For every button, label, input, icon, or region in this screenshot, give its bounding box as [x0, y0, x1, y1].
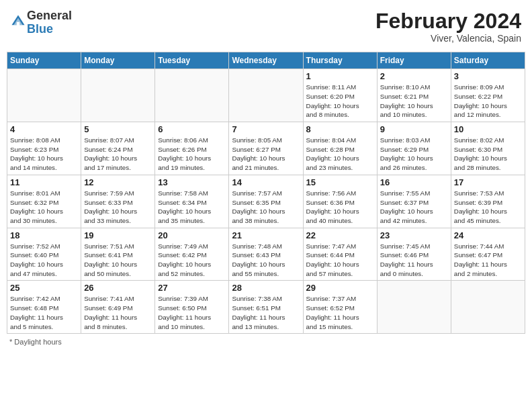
day-info: Sunrise: 8:07 AM Sunset: 6:24 PM Dayligh…: [84, 136, 152, 173]
day-number: 18: [10, 230, 78, 240]
calendar-cell: 1Sunrise: 8:11 AM Sunset: 6:20 PM Daylig…: [303, 69, 377, 122]
logo-general-text: General: [27, 9, 72, 22]
calendar-cell: 27Sunrise: 7:39 AM Sunset: 6:50 PM Dayli…: [155, 281, 229, 334]
calendar-cell: 2Sunrise: 8:10 AM Sunset: 6:21 PM Daylig…: [377, 69, 451, 122]
day-number: 28: [232, 283, 300, 293]
day-number: 3: [454, 71, 522, 81]
month-year-title: February 2024: [375, 9, 521, 33]
day-number: 23: [380, 230, 448, 240]
calendar-cell: 3Sunrise: 8:09 AM Sunset: 6:22 PM Daylig…: [451, 69, 525, 122]
day-info: Sunrise: 8:09 AM Sunset: 6:22 PM Dayligh…: [454, 83, 522, 120]
day-number: 24: [454, 230, 522, 240]
day-number: 26: [84, 283, 152, 293]
calendar-cell: 16Sunrise: 7:55 AM Sunset: 6:37 PM Dayli…: [377, 175, 451, 228]
calendar-cell: 20Sunrise: 7:49 AM Sunset: 6:42 PM Dayli…: [155, 228, 229, 281]
calendar-cell: 23Sunrise: 7:45 AM Sunset: 6:46 PM Dayli…: [377, 228, 451, 281]
day-info: Sunrise: 7:57 AM Sunset: 6:35 PM Dayligh…: [232, 189, 300, 226]
calendar-week-3: 11Sunrise: 8:01 AM Sunset: 6:32 PM Dayli…: [7, 175, 525, 228]
calendar-cell: 18Sunrise: 7:52 AM Sunset: 6:40 PM Dayli…: [7, 228, 81, 281]
day-number: 25: [10, 283, 78, 293]
calendar-cell: 15Sunrise: 7:56 AM Sunset: 6:36 PM Dayli…: [303, 175, 377, 228]
day-info: Sunrise: 8:10 AM Sunset: 6:21 PM Dayligh…: [380, 83, 448, 120]
day-number: 10: [454, 124, 522, 134]
day-info: Sunrise: 7:55 AM Sunset: 6:37 PM Dayligh…: [380, 189, 448, 226]
day-info: Sunrise: 7:44 AM Sunset: 6:47 PM Dayligh…: [454, 242, 522, 279]
day-info: Sunrise: 7:47 AM Sunset: 6:44 PM Dayligh…: [306, 242, 374, 279]
day-number: 19: [84, 230, 152, 240]
column-header-saturday: Saturday: [451, 52, 525, 69]
calendar-cell: 28Sunrise: 7:38 AM Sunset: 6:51 PM Dayli…: [229, 281, 303, 334]
day-number: 2: [380, 71, 448, 81]
calendar-cell: 17Sunrise: 7:53 AM Sunset: 6:39 PM Dayli…: [451, 175, 525, 228]
day-number: 16: [380, 177, 448, 187]
calendar-cell: [81, 69, 155, 122]
day-number: 12: [84, 177, 152, 187]
calendar-week-2: 4Sunrise: 8:08 AM Sunset: 6:23 PM Daylig…: [7, 122, 525, 175]
calendar-cell: 24Sunrise: 7:44 AM Sunset: 6:47 PM Dayli…: [451, 228, 525, 281]
calendar-cell: [377, 281, 451, 334]
page-header: General Blue February 2024 Viver, Valenc…: [7, 7, 525, 46]
day-number: 14: [232, 177, 300, 187]
day-info: Sunrise: 7:41 AM Sunset: 6:49 PM Dayligh…: [84, 294, 152, 331]
column-header-wednesday: Wednesday: [229, 52, 303, 69]
day-info: Sunrise: 7:56 AM Sunset: 6:36 PM Dayligh…: [306, 189, 374, 226]
calendar-week-5: 25Sunrise: 7:42 AM Sunset: 6:48 PM Dayli…: [7, 281, 525, 334]
calendar-week-4: 18Sunrise: 7:52 AM Sunset: 6:40 PM Dayli…: [7, 228, 525, 281]
day-number: 4: [10, 124, 78, 134]
calendar-cell: 21Sunrise: 7:48 AM Sunset: 6:43 PM Dayli…: [229, 228, 303, 281]
day-info: Sunrise: 7:51 AM Sunset: 6:41 PM Dayligh…: [84, 242, 152, 279]
day-number: 8: [306, 124, 374, 134]
calendar-cell: 29Sunrise: 7:37 AM Sunset: 6:52 PM Dayli…: [303, 281, 377, 334]
calendar-cell: 26Sunrise: 7:41 AM Sunset: 6:49 PM Dayli…: [81, 281, 155, 334]
column-header-friday: Friday: [377, 52, 451, 69]
column-header-monday: Monday: [81, 52, 155, 69]
calendar-cell: 5Sunrise: 8:07 AM Sunset: 6:24 PM Daylig…: [81, 122, 155, 175]
calendar-cell: 6Sunrise: 8:06 AM Sunset: 6:26 PM Daylig…: [155, 122, 229, 175]
day-info: Sunrise: 7:48 AM Sunset: 6:43 PM Dayligh…: [232, 242, 300, 279]
day-number: 15: [306, 177, 374, 187]
calendar-cell: 25Sunrise: 7:42 AM Sunset: 6:48 PM Dayli…: [7, 281, 81, 334]
calendar-cell: 7Sunrise: 8:05 AM Sunset: 6:27 PM Daylig…: [229, 122, 303, 175]
day-info: Sunrise: 8:11 AM Sunset: 6:20 PM Dayligh…: [306, 83, 374, 120]
calendar-cell: 14Sunrise: 7:57 AM Sunset: 6:35 PM Dayli…: [229, 175, 303, 228]
day-number: 1: [306, 71, 374, 81]
day-number: 9: [380, 124, 448, 134]
day-info: Sunrise: 8:05 AM Sunset: 6:27 PM Dayligh…: [232, 136, 300, 173]
footer-note: * Daylight hours: [7, 338, 525, 346]
calendar-cell: 13Sunrise: 7:58 AM Sunset: 6:34 PM Dayli…: [155, 175, 229, 228]
day-number: 17: [454, 177, 522, 187]
calendar-cell: [229, 69, 303, 122]
day-info: Sunrise: 7:52 AM Sunset: 6:40 PM Dayligh…: [10, 242, 78, 279]
daylight-label: Daylight hours: [14, 338, 61, 346]
logo-blue-text: Blue: [27, 22, 53, 36]
day-info: Sunrise: 7:37 AM Sunset: 6:52 PM Dayligh…: [306, 294, 374, 331]
day-number: 5: [84, 124, 152, 134]
calendar-cell: 8Sunrise: 8:04 AM Sunset: 6:28 PM Daylig…: [303, 122, 377, 175]
calendar-header-row: SundayMondayTuesdayWednesdayThursdayFrid…: [7, 52, 525, 69]
day-info: Sunrise: 7:58 AM Sunset: 6:34 PM Dayligh…: [158, 189, 226, 226]
day-info: Sunrise: 8:04 AM Sunset: 6:28 PM Dayligh…: [306, 136, 374, 173]
calendar-cell: 19Sunrise: 7:51 AM Sunset: 6:41 PM Dayli…: [81, 228, 155, 281]
logo-icon: [11, 14, 26, 29]
day-info: Sunrise: 7:45 AM Sunset: 6:46 PM Dayligh…: [380, 242, 448, 279]
calendar-week-1: 1Sunrise: 8:11 AM Sunset: 6:20 PM Daylig…: [7, 69, 525, 122]
day-number: 11: [10, 177, 78, 187]
calendar-cell: 4Sunrise: 8:08 AM Sunset: 6:23 PM Daylig…: [7, 122, 81, 175]
day-number: 22: [306, 230, 374, 240]
day-number: 29: [306, 283, 374, 293]
day-info: Sunrise: 7:53 AM Sunset: 6:39 PM Dayligh…: [454, 189, 522, 226]
column-header-thursday: Thursday: [303, 52, 377, 69]
day-info: Sunrise: 7:42 AM Sunset: 6:48 PM Dayligh…: [10, 294, 78, 331]
calendar-cell: [7, 69, 81, 122]
calendar-cell: 9Sunrise: 8:03 AM Sunset: 6:29 PM Daylig…: [377, 122, 451, 175]
day-number: 21: [232, 230, 300, 240]
svg-rect-2: [17, 22, 19, 26]
column-header-sunday: Sunday: [7, 52, 81, 69]
location-text: Viver, Valencia, Spain: [375, 33, 521, 44]
day-info: Sunrise: 7:49 AM Sunset: 6:42 PM Dayligh…: [158, 242, 226, 279]
day-info: Sunrise: 8:06 AM Sunset: 6:26 PM Dayligh…: [158, 136, 226, 173]
title-block: February 2024 Viver, Valencia, Spain: [375, 9, 521, 44]
calendar-cell: [451, 281, 525, 334]
day-info: Sunrise: 8:01 AM Sunset: 6:32 PM Dayligh…: [10, 189, 78, 226]
calendar-cell: [155, 69, 229, 122]
